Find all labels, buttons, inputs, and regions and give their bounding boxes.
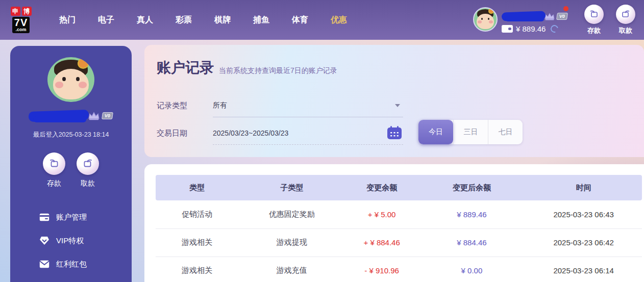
vip-diamond-icon [39, 236, 50, 246]
deposit-icon [43, 152, 65, 175]
record-type-filter-row: 记录类型 所有 [157, 94, 403, 117]
header-time: 时间 [525, 175, 642, 200]
table-row: 游戏相关 游戏提现 + ¥ 884.46 ¥ 884.46 2025-03-23… [156, 228, 642, 257]
account-records-table: 类型 子类型 变更余额 变更后余额 时间 促销活动 优惠固定奖励 + ¥ 5.0… [156, 175, 642, 282]
user-sidebar: V0 最后登入2025-03-23 18:14 存款 取款 账户管理 [10, 46, 132, 282]
logo-sub-text: .com [14, 28, 28, 32]
nav-item-fishing[interactable]: 捕鱼 [242, 10, 281, 31]
sidebar-item-label: 账户管理 [56, 213, 87, 222]
date-range-tabs: 今日 三日 七日 [418, 120, 523, 144]
cell-change: - ¥ 910.96 [345, 257, 418, 282]
sidebar-item-label: 红利红包 [56, 260, 87, 269]
topbar-user-area: V0 ¥ 889.46 存款 取款 [473, 0, 644, 40]
deposit-label: 存款 [587, 26, 601, 35]
nav-item-lottery[interactable]: 彩票 [164, 10, 203, 31]
withdraw-icon [616, 5, 635, 24]
withdraw-button[interactable]: 取款 [612, 5, 639, 35]
account-records-panel: 账户记录 当前系统支持查询最近7日的账户记录 记录类型 所有 交易日期 2025… [144, 45, 644, 157]
cell-subtype: 游戏提现 [238, 228, 345, 257]
header-change: 变更余额 [345, 175, 418, 200]
table-header-row: 类型 子类型 变更余额 变更后余额 时间 [156, 175, 642, 200]
date-range-label: 交易日期 [157, 121, 213, 145]
header-subtype: 子类型 [238, 175, 345, 200]
sidebar-item-account-management[interactable]: 账户管理 [10, 206, 132, 229]
account-card-icon [39, 212, 50, 222]
nav-item-hot[interactable]: 热门 [48, 10, 87, 31]
table-row: 游戏相关 游戏充值 - ¥ 910.96 ¥ 0.00 2025-03-23 0… [156, 257, 642, 282]
cell-time: 2025-03-23 06:14 [525, 257, 642, 282]
record-type-value: 所有 [213, 101, 227, 110]
header-after: 变更后余额 [418, 175, 526, 200]
cell-change: + ¥ 884.46 [345, 228, 418, 257]
date-range-input[interactable]: 2025/03/23~2025/03/23 [213, 121, 403, 145]
tab-today[interactable]: 今日 [418, 120, 453, 144]
withdraw-label: 取款 [619, 26, 632, 35]
deposit-button[interactable]: 存款 [581, 5, 607, 35]
withdraw-icon [77, 152, 99, 175]
last-login-text: 最后登入2025-03-23 18:14 [33, 131, 109, 139]
nav-item-cards[interactable]: 棋牌 [203, 10, 242, 31]
table-row: 促销活动 优惠固定奖励 + ¥ 5.00 ¥ 889.46 2025-03-23… [156, 200, 642, 228]
cell-subtype: 优惠固定奖励 [238, 200, 345, 228]
sidebar-item-label: VIP特权 [56, 236, 84, 246]
cell-type: 游戏相关 [156, 228, 238, 257]
tab-three-days[interactable]: 三日 [453, 120, 488, 144]
header-type: 类型 [156, 175, 238, 200]
chevron-down-icon [395, 104, 400, 107]
cell-after: ¥ 889.46 [418, 200, 526, 228]
cell-time: 2025-03-23 06:42 [525, 228, 642, 257]
top-nav: 申 博 7V .com 热门 电子 真人 彩票 棋牌 捕鱼 体育 优惠 [0, 0, 644, 40]
record-type-select[interactable]: 所有 [213, 94, 403, 117]
vip-level-badge: V0 [102, 112, 114, 119]
date-range-value: 2025/03/23~2025/03/23 [213, 129, 288, 137]
user-chip[interactable]: V0 ¥ 889.46 [473, 7, 567, 33]
censored-username [29, 110, 89, 122]
tab-seven-days[interactable]: 七日 [488, 120, 523, 144]
deposit-icon [584, 5, 604, 24]
withdraw-label: 取款 [81, 179, 95, 188]
censored-username [502, 11, 546, 21]
user-avatar[interactable] [473, 7, 498, 32]
nav-item-sports[interactable]: 体育 [281, 10, 319, 31]
wallet-icon [502, 25, 513, 33]
sidebar-withdraw-button[interactable]: 取款 [77, 152, 99, 188]
record-type-label: 记录类型 [157, 94, 213, 117]
records-table-panel: 类型 子类型 变更余额 变更后余额 时间 促销活动 优惠固定奖励 + ¥ 5.0… [144, 164, 644, 282]
cell-time: 2025-03-23 06:43 [525, 200, 642, 228]
sidebar-item-bonus-redpacket[interactable]: 红利红包 [10, 252, 132, 276]
logo-cn-row: 申 博 [11, 7, 32, 16]
notification-dot [563, 6, 568, 11]
sidebar-avatar[interactable] [47, 57, 94, 102]
date-filter-row: 交易日期 2025/03/23~2025/03/23 [157, 121, 403, 145]
balance-amount: ¥ 889.46 [516, 24, 546, 33]
cell-type: 游戏相关 [156, 257, 238, 282]
vip-level-badge: V0 [556, 13, 568, 20]
sidebar-item-vip-privileges[interactable]: VIP特权 [10, 229, 132, 252]
cell-type: 促销活动 [156, 200, 238, 228]
cell-after: ¥ 884.46 [418, 228, 526, 257]
nav-item-promotions[interactable]: 优惠 [319, 10, 358, 31]
nav-item-live[interactable]: 真人 [126, 10, 164, 31]
deposit-label: 存款 [47, 179, 61, 188]
logo-block: 7V .com [12, 17, 30, 33]
logo-main-text: 7V [14, 17, 28, 28]
nav-item-slots[interactable]: 电子 [87, 10, 126, 31]
cell-change: + ¥ 5.00 [345, 200, 418, 228]
page-subtitle: 当前系统支持查询最近7日的账户记录 [219, 66, 337, 75]
page-title: 账户记录 [157, 58, 214, 78]
logo-cn-1: 申 [11, 7, 20, 16]
refresh-balance-icon[interactable] [550, 23, 560, 34]
cell-subtype: 游戏充值 [238, 257, 345, 282]
main-nav-menu: 热门 电子 真人 彩票 棋牌 捕鱼 体育 优惠 [48, 10, 358, 31]
logo-cn-2: 博 [22, 7, 32, 16]
sidebar-menu: 账户管理 VIP特权 红利红包 [10, 206, 132, 276]
calendar-icon[interactable] [387, 125, 402, 141]
red-envelope-icon [39, 259, 50, 269]
cell-after: ¥ 0.00 [418, 257, 526, 282]
sidebar-deposit-button[interactable]: 存款 [43, 152, 65, 188]
vip-crown-icon [87, 110, 101, 121]
site-logo[interactable]: 申 博 7V .com [8, 7, 34, 33]
